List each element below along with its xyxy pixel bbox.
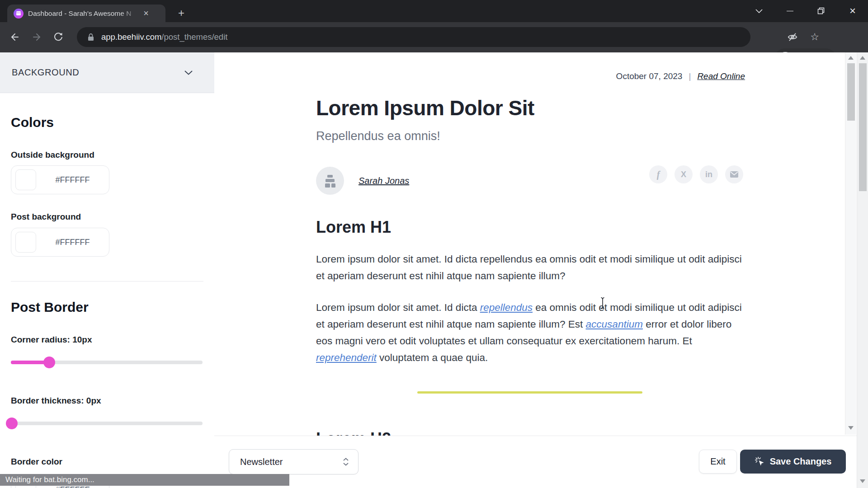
post-background-swatch[interactable]	[15, 232, 36, 253]
theme-editor: BACKGROUND Colors Outside background #FF…	[0, 52, 868, 488]
border-thickness-label: Border thickness: 0px	[11, 396, 101, 406]
author-link[interactable]: Sarah Jonas	[359, 176, 409, 186]
tab-title: Dashboard - Sarah's Awesome N	[28, 9, 141, 18]
x-twitter-icon[interactable]: X	[675, 165, 693, 183]
select-stepper-icon	[343, 458, 349, 466]
inline-link-repellendus[interactable]: repellendus	[480, 302, 533, 313]
tab-dashboard[interactable]: Dashboard - Sarah's Awesome N ×	[7, 5, 165, 22]
background-section-label: BACKGROUND	[12, 67, 79, 78]
status-toast: Waiting for bat.bing.com...	[0, 474, 289, 486]
status-toast-text: Waiting for bat.bing.com...	[5, 475, 94, 484]
back-button[interactable]	[5, 27, 25, 47]
url-text: app.beehiiv.com/post_themes/edit	[101, 32, 227, 42]
post-background-value[interactable]: #FFFFFF	[36, 238, 109, 247]
audience-select[interactable]: Newsletter	[229, 449, 359, 474]
inline-link-reprehenderit[interactable]: reprehenderit	[316, 352, 377, 363]
window-menu-chevron-icon[interactable]	[745, 0, 773, 22]
post-preview-pane: October 07, 2023|Read Online Lorem Ipsum…	[214, 52, 857, 488]
background-section-toggle[interactable]: BACKGROUND	[0, 52, 214, 93]
reload-button[interactable]	[48, 27, 68, 47]
outside-background-value[interactable]: #FFFFFF	[36, 175, 109, 185]
exit-button[interactable]: Exit	[699, 450, 737, 474]
border-color-label: Border color	[11, 457, 62, 467]
window-minimize-button[interactable]	[776, 0, 804, 22]
tab-close-icon[interactable]: ×	[141, 9, 151, 19]
page-scrollbar-thumb[interactable]	[859, 63, 867, 191]
date-separator: |	[689, 71, 691, 81]
facebook-icon[interactable]: f	[649, 165, 667, 183]
body-paragraph-2: Lorem ipsum dolor sit amet. Id dicta rep…	[316, 299, 748, 366]
outside-background-label: Outside background	[11, 150, 94, 160]
corner-radius-label: Corner radius: 10px	[11, 335, 92, 345]
email-icon[interactable]	[725, 165, 743, 183]
yellow-divider	[417, 391, 642, 394]
window-close-button[interactable]: ×	[839, 0, 867, 22]
text-cursor	[599, 296, 606, 312]
forward-button[interactable]	[27, 27, 47, 47]
post-background-input[interactable]: #FFFFFF	[11, 228, 109, 257]
editor-action-bar: Newsletter Exit Save Changes	[214, 436, 857, 488]
body-paragraph-1: Lorem ipsum dolor sit amet. Id dicta rep…	[316, 251, 748, 284]
date-row: October 07, 2023|Read Online	[316, 71, 745, 81]
browser-toolbar: app.beehiiv.com/post_themes/edit ☆ Incog…	[0, 22, 868, 52]
lock-icon	[87, 33, 95, 42]
page-scrollbar[interactable]	[857, 52, 868, 488]
address-bar[interactable]: app.beehiiv.com/post_themes/edit ☆	[77, 27, 750, 47]
scroll-up-icon[interactable]	[848, 56, 854, 60]
read-online-link[interactable]: Read Online	[697, 71, 745, 81]
page-scroll-down-icon[interactable]	[860, 479, 865, 483]
inline-link-accusantium[interactable]: accusantium	[586, 319, 643, 330]
post-subtitle: Repellendus ea omnis!	[316, 129, 440, 143]
page-scroll-up-icon[interactable]	[860, 56, 865, 60]
beehiiv-favicon-icon	[14, 9, 24, 19]
bookmark-star-icon[interactable]: ☆	[809, 32, 820, 42]
social-share-row: f X in	[649, 165, 743, 183]
outside-background-swatch[interactable]	[15, 169, 36, 190]
linkedin-icon[interactable]: in	[700, 165, 718, 183]
browser-window: Dashboard - Sarah's Awesome N × + × app.…	[0, 0, 868, 488]
scroll-down-icon[interactable]	[848, 426, 854, 430]
post-date: October 07, 2023	[616, 71, 683, 81]
audience-select-value: Newsletter	[240, 457, 283, 467]
corner-radius-slider[interactable]	[11, 361, 203, 364]
colors-heading: Colors	[11, 115, 54, 130]
eye-off-icon[interactable]	[787, 32, 798, 42]
browser-tab-bar: Dashboard - Sarah's Awesome N × + ×	[0, 0, 868, 22]
url-path: /post_themes/edit	[161, 32, 227, 42]
body-h1: Lorem H1	[316, 218, 391, 237]
corner-radius-thumb[interactable]	[43, 357, 55, 368]
window-restore-button[interactable]	[807, 0, 835, 22]
author-avatar	[316, 167, 344, 195]
new-tab-button[interactable]: +	[175, 6, 188, 20]
chevron-down-icon	[184, 70, 193, 75]
post-title: Lorem Ipsum Dolor Sit	[316, 96, 534, 120]
preview-scrollbar[interactable]	[845, 52, 856, 435]
border-thickness-thumb[interactable]	[6, 418, 18, 429]
sidebar-divider	[11, 281, 203, 282]
preview-scrollbar-thumb[interactable]	[847, 63, 855, 121]
post-background-label: Post background	[11, 212, 81, 222]
border-thickness-slider[interactable]	[11, 422, 203, 425]
url-domain: app.beehiiv.com	[101, 32, 161, 42]
post-border-heading: Post Border	[11, 300, 89, 315]
click-cursor-icon	[755, 456, 765, 467]
save-changes-button[interactable]: Save Changes	[740, 450, 846, 474]
beehiiv-logo-icon	[322, 172, 338, 189]
theme-sidebar: BACKGROUND Colors Outside background #FF…	[0, 52, 214, 488]
save-changes-label: Save Changes	[770, 456, 832, 467]
outside-background-input[interactable]: #FFFFFF	[11, 165, 109, 194]
